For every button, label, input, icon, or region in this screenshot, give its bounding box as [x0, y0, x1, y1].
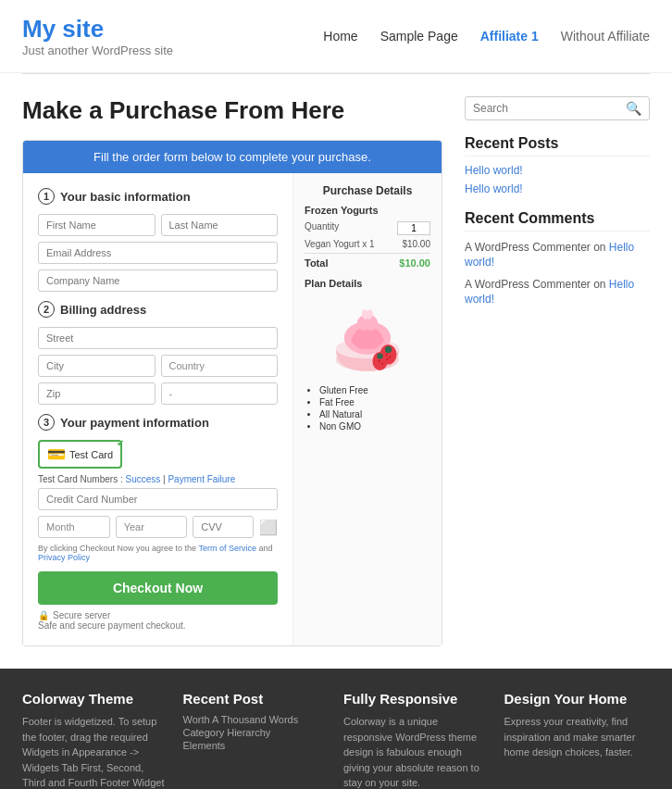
city-country-row: Country: [38, 355, 278, 377]
recent-posts-title: Recent Posts: [465, 135, 650, 157]
content-area: Make a Purchase From Here Fill the order…: [22, 96, 442, 646]
company-input[interactable]: [38, 269, 278, 292]
footer-col-4-text: Express your creativity, find inspiratio…: [504, 714, 651, 760]
post-link-2[interactable]: Hello world!: [465, 182, 650, 195]
privacy-link[interactable]: Privacy Policy: [38, 553, 90, 562]
cc-row: [38, 488, 278, 510]
country-select[interactable]: Country: [161, 355, 279, 377]
terms-link[interactable]: Term of Service: [198, 544, 256, 553]
company-row: [38, 269, 278, 292]
footer-post-3[interactable]: Elements: [183, 740, 330, 751]
footer-post-2[interactable]: Category Hierarchy: [183, 727, 330, 738]
footer-col-2-title: Recent Post: [183, 691, 330, 707]
search-input[interactable]: [473, 102, 626, 115]
feature-3: All Natural: [319, 409, 430, 420]
success-link[interactable]: Success: [125, 474, 160, 484]
zip-input[interactable]: [38, 382, 156, 405]
section-1-num: 1: [38, 188, 55, 205]
purchase-card: Fill the order form below to complete yo…: [22, 140, 442, 646]
total-row: Total $10.00: [305, 253, 430, 269]
expiry-row: Month Year ⬜: [38, 516, 278, 538]
credit-card-icon: 💳: [47, 445, 66, 463]
footer-col-3-text: Colorway is a unique responsive WordPres…: [343, 714, 490, 789]
year-select[interactable]: Year: [116, 516, 188, 538]
yogurt-image: [317, 294, 418, 378]
item-price: $10.00: [402, 239, 430, 249]
zip-extra-select[interactable]: -: [161, 382, 279, 405]
footer-col-1-text: Footer is widgetized. To setup the foote…: [22, 714, 168, 789]
sidebar: 🔍 Recent Posts Hello world! Hello world!…: [465, 96, 650, 646]
comment-2-author: A WordPress Commenter: [465, 278, 593, 291]
footer-col-2: Recent Post Worth A Thousand Words Categ…: [183, 691, 330, 789]
svg-point-10: [379, 360, 380, 362]
form-section: 1 Your basic information: [23, 173, 293, 645]
email-input[interactable]: [38, 242, 278, 264]
city-input[interactable]: [38, 355, 156, 377]
secure-label: Secure server: [53, 610, 110, 620]
plan-features: Gluten Free Fat Free All Natural Non GMO: [305, 385, 430, 432]
total-label: Total: [305, 257, 328, 269]
lock-icon: 🔒: [38, 610, 49, 620]
terms-text: By clicking Checkout Now you agree to th…: [38, 544, 278, 562]
item-label: Vegan Yogurt x 1: [305, 239, 375, 249]
section-1-title: 1 Your basic information: [38, 188, 278, 205]
site-nav: Home Sample Page Affiliate 1 Without Aff…: [323, 29, 650, 44]
footer-col-1-title: Colorway Theme: [22, 691, 168, 707]
first-name-input[interactable]: [38, 214, 156, 236]
footer-post-1[interactable]: Worth A Thousand Words: [183, 714, 330, 725]
comment-2: A WordPress Commenter on Hello world!: [465, 276, 650, 306]
payment-card-btn[interactable]: 💳 Test Card ✔: [38, 440, 122, 469]
svg-point-6: [377, 354, 382, 359]
street-row: [38, 327, 278, 349]
plan-title: Plan Details: [305, 278, 430, 289]
footer: Colorway Theme Footer is widgetized. To …: [0, 669, 672, 789]
month-select[interactable]: Month: [38, 516, 110, 538]
details-title: Purchase Details: [305, 184, 430, 197]
payment-btn-label: Test Card: [69, 449, 113, 460]
purchase-card-header: Fill the order form below to complete yo…: [23, 141, 442, 173]
product-name: Frozen Yogurts: [305, 205, 430, 216]
feature-1: Gluten Free: [319, 385, 430, 395]
footer-col-1: Colorway Theme Footer is widgetized. To …: [22, 691, 168, 789]
nav-home[interactable]: Home: [323, 29, 357, 44]
email-row: [38, 242, 278, 264]
section-2-title: 2 Billing address: [38, 301, 278, 318]
checkout-button[interactable]: Checkout Now: [38, 571, 278, 605]
quantity-input[interactable]: [397, 221, 430, 235]
nav-sample-page[interactable]: Sample Page: [380, 29, 458, 44]
site-tagline: Just another WordPress site: [22, 44, 173, 57]
section-3-title: 3 Your payment information: [38, 414, 278, 431]
last-name-input[interactable]: [161, 214, 279, 236]
total-price: $10.00: [399, 257, 430, 269]
test-card-numbers: Test Card Numbers : Success | Payment Fa…: [38, 474, 278, 484]
feature-4: Non GMO: [319, 421, 430, 432]
footer-col-4-title: Design Your Home: [504, 691, 651, 707]
item-row: Vegan Yogurt x 1 $10.00: [305, 239, 430, 249]
site-branding: My site Just another WordPress site: [22, 15, 173, 57]
cvv-icon: ⬜: [259, 516, 278, 538]
footer-col-3-title: Fully Responsive: [343, 691, 490, 707]
payment-failure-link[interactable]: Payment Failure: [168, 474, 235, 484]
section-3-num: 3: [38, 414, 55, 431]
site-header: My site Just another WordPress site Home…: [0, 0, 672, 73]
quantity-label: Quantity: [305, 221, 339, 235]
post-link-1[interactable]: Hello world!: [465, 164, 650, 177]
page-title: Make a Purchase From Here: [22, 96, 442, 125]
comment-1-author: A WordPress Commenter: [465, 241, 593, 254]
search-icon[interactable]: 🔍: [626, 101, 641, 116]
street-input[interactable]: [38, 327, 278, 349]
site-title: My site: [22, 15, 173, 44]
quantity-row: Quantity: [305, 221, 430, 235]
section-2-num: 2: [38, 301, 55, 318]
nav-affiliate-1[interactable]: Affiliate 1: [480, 29, 539, 44]
nav-without-affiliate[interactable]: Without Affiliate: [561, 29, 650, 44]
svg-point-9: [387, 358, 389, 360]
secure-server: 🔒 Secure server: [38, 610, 278, 620]
svg-point-5: [385, 346, 392, 353]
search-box: 🔍: [465, 96, 650, 120]
cc-number-input[interactable]: [38, 488, 278, 510]
footer-col-3: Fully Responsive Colorway is a unique re…: [343, 691, 490, 789]
cvv-input[interactable]: [193, 516, 254, 538]
details-section: Purchase Details Frozen Yogurts Quantity…: [293, 173, 442, 645]
main-content: Make a Purchase From Here Fill the order…: [0, 74, 672, 669]
